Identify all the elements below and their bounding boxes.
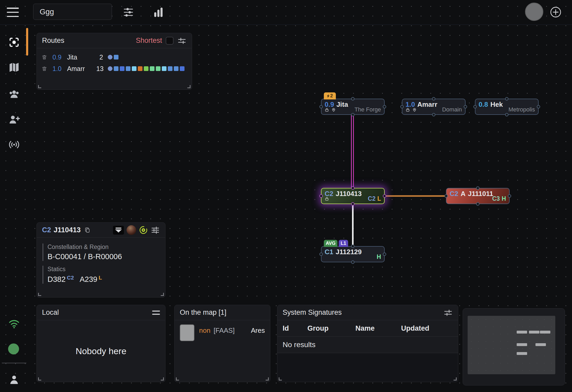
route-jump-count: 2: [96, 54, 108, 61]
routes-panel: Routes Shortest 0.9 Jita 2: [37, 33, 192, 90]
panel-resize-handle[interactable]: [176, 377, 179, 381]
connection-handle[interactable]: [432, 113, 436, 116]
connection-jita-j110413[interactable]: [351, 115, 354, 188]
delete-route-icon[interactable]: [41, 66, 52, 72]
static-class: C2: [368, 195, 376, 202]
map-node-amarr[interactable]: 1.0 Amarr Domain: [402, 99, 466, 115]
connection-handle[interactable]: [319, 253, 323, 256]
panel-resize-handle[interactable]: [454, 377, 457, 381]
column-header-name[interactable]: Name: [355, 324, 401, 332]
effect-target-icon[interactable]: [139, 225, 148, 235]
panel-resize-handle[interactable]: [161, 377, 164, 381]
connection-handle[interactable]: [537, 105, 540, 109]
signatures-empty-text: No results: [277, 337, 458, 353]
local-empty-text: Nobody here: [37, 320, 165, 382]
panel-resize-handle[interactable]: [38, 85, 41, 88]
panel-resize-handle[interactable]: [266, 377, 269, 381]
panel-resize-handle[interactable]: [279, 377, 282, 381]
map-node-j110413-selected[interactable]: C2 J110413 C2 L: [321, 188, 385, 204]
route-jump-segment: [162, 66, 166, 71]
constellation-value: B-C00041 / B-R00006: [47, 252, 159, 261]
signatures-header-row: Id Group Name Updated: [277, 320, 458, 337]
connection-handle[interactable]: [383, 253, 386, 256]
connection-handle[interactable]: [444, 194, 448, 198]
connection-handle[interactable]: [505, 97, 509, 100]
panel-resize-handle[interactable]: [161, 293, 164, 296]
panel-resize-handle[interactable]: [187, 85, 190, 88]
connection-handle[interactable]: [508, 194, 511, 198]
routes-settings-icon[interactable]: [177, 36, 187, 45]
system-class: C2: [42, 226, 51, 234]
route-row[interactable]: 1.0 Amarr 13: [37, 63, 192, 74]
panel-resize-handle[interactable]: [38, 377, 41, 381]
delete-route-icon[interactable]: [41, 54, 52, 60]
system-name: J110413: [54, 226, 81, 234]
copy-icon[interactable]: [84, 227, 91, 233]
connection-j110413-j111011[interactable]: [384, 195, 446, 197]
sovereignty-icon[interactable]: [113, 226, 124, 235]
minimap-node-bar: [517, 343, 527, 346]
shortest-checkbox[interactable]: [166, 37, 174, 45]
signatures-title: System Signatures: [283, 308, 342, 317]
route-destination: Amarr: [67, 65, 96, 73]
map-node-jita[interactable]: 2 0.9 Jita The Forge: [321, 99, 385, 115]
constellation-label: Constellation & Region: [47, 243, 159, 251]
column-header-group[interactable]: Group: [307, 324, 355, 332]
system-signatures-panel: System Signatures Id Group Name Updated …: [277, 305, 458, 382]
connection-handle[interactable]: [464, 105, 467, 109]
connection-handle[interactable]: [351, 186, 355, 190]
activity-badge: 2: [324, 92, 336, 99]
route-jump-segment: [168, 66, 172, 71]
connection-handle[interactable]: [319, 105, 323, 109]
location-pin-icon: [412, 108, 417, 112]
minimap-canvas[interactable]: [468, 316, 555, 374]
statics-section: Statics D382C2A239L: [43, 266, 159, 284]
map-node-j112129[interactable]: AVG L1 C1 J112129 H: [321, 246, 385, 262]
connection-handle[interactable]: [505, 113, 509, 116]
minimap-node-bar: [517, 331, 527, 334]
connection-handle[interactable]: [473, 105, 477, 109]
route-jump-segment: [144, 66, 148, 71]
lock-icon: [325, 108, 329, 112]
connection-handle[interactable]: [432, 97, 436, 100]
planet-thumbnail[interactable]: [127, 225, 136, 235]
local-menu-icon[interactable]: [152, 311, 160, 315]
signatures-settings-icon[interactable]: [443, 308, 453, 317]
local-title: Local: [42, 308, 59, 317]
column-header-updated[interactable]: Updated: [401, 324, 458, 332]
local-panel: Local Nobody here: [37, 305, 165, 382]
map-node-hek[interactable]: 0.8 Hek Metropolis: [475, 99, 539, 115]
panel-resize-handle[interactable]: [38, 293, 41, 296]
route-jump-segment: [156, 66, 160, 71]
connection-handle[interactable]: [383, 105, 386, 109]
connection-handle[interactable]: [383, 194, 386, 198]
route-destination: Jita: [67, 54, 96, 61]
connection-handle[interactable]: [400, 105, 404, 109]
pilot-corp-ticker: [FAAS]: [213, 326, 235, 335]
avg-badge: AVG: [324, 240, 337, 247]
pilot-portrait: [180, 324, 194, 341]
effect-label: L: [377, 195, 381, 202]
connection-handle[interactable]: [351, 97, 355, 100]
route-row[interactable]: 0.9 Jita 2: [37, 51, 192, 63]
connection-handle[interactable]: [476, 202, 480, 206]
pilot-row[interactable]: non [FAAS] Ares: [175, 320, 270, 345]
column-header-id[interactable]: Id: [283, 324, 307, 332]
connection-handle[interactable]: [351, 202, 355, 206]
routes-list: 0.9 Jita 2 1.0 Amarr 13: [37, 48, 192, 74]
connection-handle[interactable]: [351, 260, 355, 264]
connection-handle[interactable]: [351, 113, 355, 116]
route-jump-segment: [114, 66, 118, 71]
connection-handle[interactable]: [476, 186, 480, 190]
effect-label: H: [377, 253, 381, 260]
minimap-node-bar: [535, 343, 546, 346]
route-segments: [108, 66, 192, 71]
connection-handle[interactable]: [319, 194, 323, 198]
shortest-label: Shortest: [136, 37, 162, 45]
region-label: The Forge: [355, 106, 381, 113]
system-settings-icon[interactable]: [151, 225, 160, 235]
route-jump-segment: [114, 55, 118, 60]
connection-handle[interactable]: [351, 245, 355, 248]
map-node-j111011[interactable]: C2 A J111011 C3 H: [446, 188, 510, 204]
connection-j110413-j112129[interactable]: [352, 204, 354, 246]
